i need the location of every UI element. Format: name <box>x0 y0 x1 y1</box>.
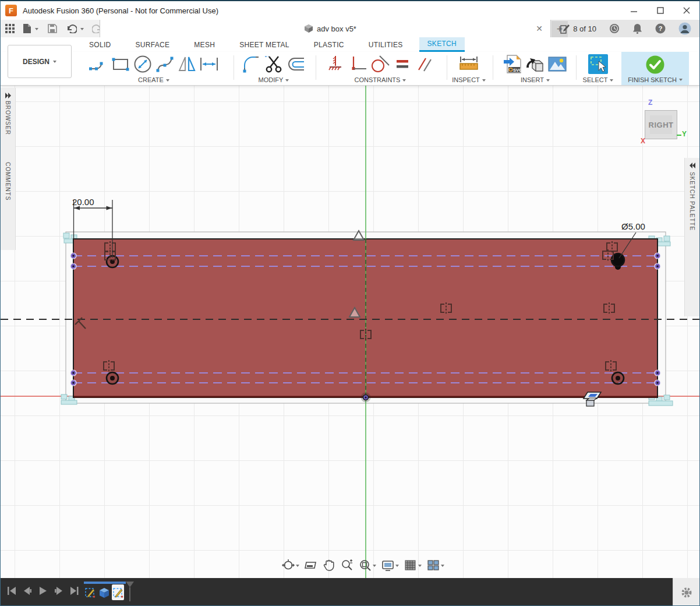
tangent-constraint-button[interactable] <box>369 54 391 75</box>
tab-surface[interactable]: SURFACE <box>128 37 178 52</box>
parallel-constraint-button[interactable] <box>413 54 436 75</box>
dimension-width-value[interactable]: 20.00 <box>72 197 94 207</box>
grid-snap-button[interactable] <box>402 558 423 573</box>
pan-button[interactable] <box>321 558 337 573</box>
sketch-canvas[interactable]: 20.00 Ø5.00 <box>1 86 699 578</box>
pan-hand-icon <box>323 559 335 572</box>
measure-tool-button[interactable] <box>458 54 480 75</box>
insert-svg-button[interactable]: SVG <box>502 54 524 75</box>
timeline-position-marker[interactable] <box>126 582 134 601</box>
insert-image-icon <box>547 54 568 74</box>
create-caret-icon <box>166 79 169 83</box>
tab-utilities[interactable]: UTILITIES <box>360 37 411 52</box>
timeline-settings-panel[interactable] <box>673 578 699 606</box>
ribbon-tab-bar: SOLID SURFACE MESH SHEET METAL PLASTIC U… <box>1 37 699 52</box>
design-workspace-menu[interactable]: DESIGN <box>8 45 72 78</box>
tab-sheet-metal[interactable]: SHEET METAL <box>231 37 298 52</box>
group-constraints: CONSTRAINTS <box>318 53 443 83</box>
mirror-tool-button[interactable] <box>176 54 198 75</box>
display-settings-button[interactable] <box>380 558 401 573</box>
timeline-go-to-end-button[interactable] <box>69 586 80 596</box>
fixed-constraint-icon <box>327 54 345 74</box>
document-tab[interactable]: adv box v5* ✕ <box>100 20 551 37</box>
tab-mesh[interactable]: MESH <box>186 37 223 52</box>
tab-solid[interactable]: SOLID <box>81 37 119 52</box>
vertical-horizontal-constraint-button[interactable] <box>347 54 369 75</box>
undo-icon <box>66 24 77 33</box>
select-group-label[interactable]: SELECT <box>583 76 614 83</box>
fillet-tool-button[interactable] <box>241 54 263 75</box>
insert-mesh-button[interactable] <box>524 54 546 75</box>
file-menu-caret-icon[interactable] <box>35 28 38 32</box>
insert-image-button[interactable] <box>546 54 568 75</box>
grid-icon <box>404 559 417 572</box>
minimize-icon <box>631 7 638 14</box>
app-grid-button[interactable] <box>5 24 15 33</box>
version-status[interactable]: 8 of 10 <box>560 24 596 34</box>
job-status-button[interactable] <box>609 23 620 34</box>
document-tab-close-button[interactable]: ✕ <box>534 24 545 33</box>
timeline-item-sketch1[interactable] <box>84 584 96 600</box>
extrude-feature-icon <box>98 586 110 599</box>
display-caret-icon <box>395 565 399 569</box>
rectangle-tool-button[interactable] <box>109 54 132 75</box>
fit-button[interactable] <box>357 558 378 573</box>
notifications-button[interactable] <box>632 23 642 34</box>
grid-caret-icon <box>418 565 422 569</box>
save-button[interactable] <box>48 24 57 33</box>
hole-bottom-right[interactable] <box>612 372 624 384</box>
timeline-play-button[interactable] <box>38 586 48 596</box>
help-button[interactable]: ? <box>655 23 666 34</box>
equal-constraint-button[interactable] <box>391 54 413 75</box>
minimize-button[interactable] <box>621 1 647 20</box>
modify-caret-icon <box>285 79 289 83</box>
offset-tool-icon <box>285 54 306 74</box>
tab-sketch[interactable]: SKETCH <box>419 37 465 52</box>
look-at-button[interactable] <box>303 558 319 573</box>
constraints-group-label[interactable]: CONSTRAINTS <box>355 76 406 83</box>
circle-tool-button[interactable] <box>132 54 154 75</box>
file-menu-button[interactable] <box>23 23 31 34</box>
trim-scissors-icon <box>264 54 284 74</box>
orbit-button[interactable] <box>280 558 301 573</box>
zoom-button[interactable] <box>339 558 355 573</box>
undo-button[interactable] <box>66 24 77 33</box>
finish-sketch-label: FINISH SKETCH <box>628 76 683 83</box>
dimension-tool-button[interactable] <box>198 54 220 75</box>
navigation-bar <box>280 558 446 573</box>
inspect-group-label[interactable]: INSPECT <box>452 76 486 83</box>
model-canvas[interactable]: BROWSER COMMENTS SKETCH PALETTE Z RIGHT … <box>1 86 699 578</box>
edit-version-icon <box>560 24 570 34</box>
spline-tool-button[interactable] <box>154 54 176 75</box>
line-tool-button[interactable] <box>87 54 109 75</box>
insert-group-label[interactable]: INSERT <box>521 76 550 83</box>
offset-tool-button[interactable] <box>285 54 307 75</box>
dimension-diameter-value[interactable]: Ø5.00 <box>621 221 645 231</box>
tab-plastic[interactable]: PLASTIC <box>306 37 352 52</box>
timeline-item-sketch2-active[interactable] <box>112 584 124 600</box>
profile-avatar[interactable] <box>678 22 691 35</box>
undo-caret-icon[interactable] <box>80 28 84 32</box>
timeline-step-back-button[interactable] <box>22 586 33 596</box>
timeline-item-extrude[interactable] <box>98 584 110 600</box>
quick-access-bar: adv box v5* ✕ + 8 of 10 <box>1 20 699 37</box>
maximize-button[interactable] <box>647 1 673 20</box>
close-button[interactable] <box>673 1 699 20</box>
avatar-icon <box>678 22 691 35</box>
sketch-origin-point[interactable] <box>361 393 371 403</box>
timeline-go-to-start-button[interactable] <box>6 586 17 596</box>
group-inspect: INSPECT <box>450 53 487 83</box>
hole-bottom-left[interactable] <box>107 372 118 384</box>
timeline-step-forward-button[interactable] <box>54 586 64 596</box>
fixed-constraint-button[interactable] <box>325 54 347 75</box>
select-tool-button[interactable] <box>587 54 609 75</box>
version-counter: 8 of 10 <box>573 24 596 33</box>
sketch-feature-active-icon <box>112 586 123 599</box>
viewports-button[interactable] <box>425 558 446 573</box>
create-group-label[interactable]: CREATE <box>138 76 169 83</box>
modify-group-label[interactable]: MODIFY <box>259 76 289 83</box>
rectangle-tool-icon <box>111 54 130 74</box>
finish-sketch-button[interactable]: FINISH SKETCH <box>621 52 689 85</box>
trim-tool-button[interactable] <box>263 54 285 75</box>
gear-icon <box>681 587 692 598</box>
